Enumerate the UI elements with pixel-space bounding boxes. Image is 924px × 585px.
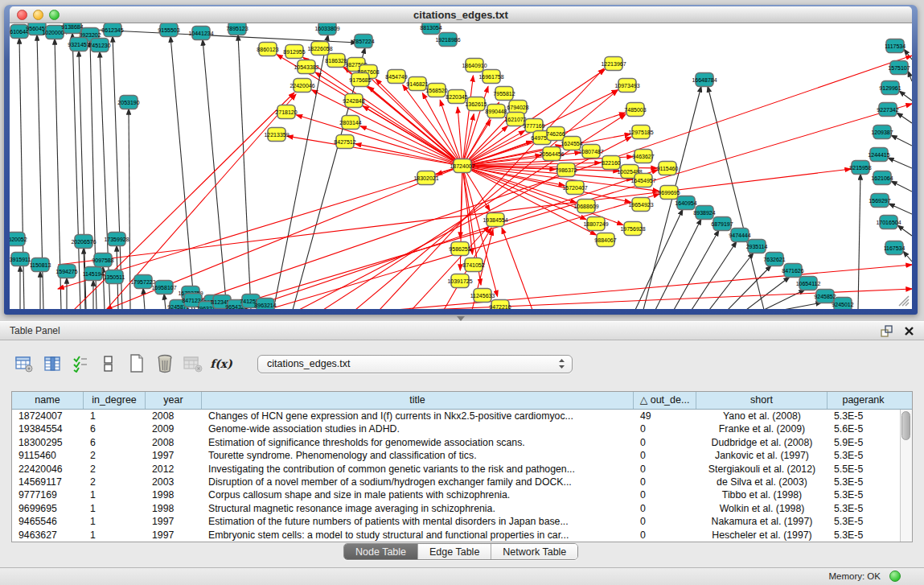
minimize-window-button[interactable] bbox=[33, 10, 43, 20]
graph-node[interactable]: 1575107 bbox=[888, 61, 910, 75]
graph-node[interactable]: 3915911 bbox=[10, 253, 31, 266]
graph-node[interactable]: 11245633 bbox=[470, 289, 495, 303]
graph-node[interactable]: 20564456 bbox=[539, 147, 564, 161]
graph-node[interactable]: 1145194 bbox=[83, 267, 105, 281]
graph-node[interactable]: 9245012 bbox=[832, 298, 853, 310]
tab-edge-table[interactable]: Edge Table bbox=[418, 544, 491, 559]
graph-node[interactable]: 10543382 bbox=[294, 60, 318, 74]
graph-node[interactable]: 7986372 bbox=[555, 163, 577, 177]
graph-node[interactable]: 7857224 bbox=[352, 35, 374, 48]
graph-node[interactable]: 8813054 bbox=[420, 23, 441, 35]
column-header-in_degree[interactable]: in_degree bbox=[84, 392, 146, 409]
graph-node[interactable]: 10973493 bbox=[614, 79, 639, 93]
table-scrollbar[interactable] bbox=[900, 410, 912, 542]
graph-node[interactable]: 2718120 bbox=[275, 105, 297, 119]
graph-node[interactable]: 9175685 bbox=[349, 73, 371, 87]
graph-node[interactable]: 9227342 bbox=[877, 103, 898, 117]
graph-node[interactable]: 9699695 bbox=[658, 186, 680, 200]
graph-node[interactable]: 17359928 bbox=[104, 233, 129, 246]
tab-node-table[interactable]: Node Table bbox=[344, 544, 418, 559]
graph-node[interactable]: 10441234 bbox=[188, 27, 213, 40]
graph-node[interactable]: 12213359 bbox=[264, 128, 289, 142]
column-header-short[interactable]: short bbox=[696, 392, 827, 409]
graph-node[interactable]: 20206576 bbox=[71, 235, 96, 249]
graph-node[interactable]: 746266 bbox=[546, 127, 565, 141]
graph-node[interactable]: 1568520 bbox=[425, 84, 447, 97]
graph-node[interactable]: 10391725 bbox=[447, 274, 472, 288]
graph-node[interactable]: 9884067 bbox=[594, 233, 616, 247]
graph-node[interactable]: 1640954 bbox=[675, 196, 696, 210]
graph-node[interactable]: 2935114 bbox=[746, 240, 768, 253]
graph-node[interactable]: 1167534 bbox=[884, 241, 906, 255]
table-row[interactable]: 1938455462009Genome-wide association stu… bbox=[12, 422, 912, 435]
graph-node[interactable]: 7485003 bbox=[624, 103, 646, 117]
graph-node[interactable]: 16961758 bbox=[478, 70, 503, 84]
graph-node[interactable]: 1621064 bbox=[871, 171, 893, 185]
graph-node[interactable]: 8215958 bbox=[849, 161, 871, 175]
graph-node[interactable]: 1362615 bbox=[465, 97, 487, 111]
table-row[interactable]: 911546021997Tourette syndrome. Phenomeno… bbox=[12, 449, 912, 462]
close-window-button[interactable] bbox=[17, 10, 27, 20]
graph-node[interactable]: 19756928 bbox=[620, 222, 645, 236]
graph-node[interactable]: 9115460 bbox=[657, 162, 679, 175]
float-panel-icon[interactable] bbox=[880, 325, 893, 337]
graph-node[interactable]: 8912955 bbox=[283, 45, 305, 59]
column-header-out_degree[interactable]: △ out_de... bbox=[634, 392, 696, 409]
table-row[interactable]: 969969511998Structural magnetic resonanc… bbox=[12, 502, 912, 515]
graph-node[interactable]: 1594275 bbox=[55, 265, 77, 278]
resize-grip[interactable] bbox=[896, 295, 910, 307]
graph-node[interactable]: 9474444 bbox=[729, 229, 750, 242]
graph-node[interactable]: 8612345 bbox=[101, 23, 123, 37]
graph-node[interactable]: 10688609 bbox=[573, 200, 598, 213]
graph-node[interactable]: 1350511 bbox=[104, 270, 125, 284]
graph-node[interactable]: 19384554 bbox=[483, 213, 507, 227]
network-canvas[interactable]: 1872400788601238912955182260589827508818… bbox=[10, 23, 912, 309]
table-settings-icon[interactable] bbox=[14, 353, 34, 374]
select-columns-icon[interactable] bbox=[71, 353, 90, 374]
graph-node[interactable]: 8860123 bbox=[257, 43, 278, 56]
graph-node[interactable]: 1117534 bbox=[885, 39, 906, 53]
graph-node[interactable]: 19654923 bbox=[628, 198, 653, 212]
table-row[interactable]: 946554611997Estimation of the future num… bbox=[12, 515, 912, 528]
table-source-select[interactable]: citations_edges.txt bbox=[257, 355, 573, 373]
close-panel-icon[interactable] bbox=[904, 326, 914, 336]
graph-node[interactable]: 9472216 bbox=[489, 300, 511, 310]
graph-node[interactable]: 7451230 bbox=[88, 39, 110, 52]
new-file-icon[interactable] bbox=[127, 353, 146, 374]
graph-node[interactable]: 16958107 bbox=[151, 281, 176, 295]
graph-node[interactable]: 10807487 bbox=[578, 145, 603, 159]
graph-node[interactable]: 8963214 bbox=[254, 299, 276, 310]
column-header-year[interactable]: year bbox=[146, 392, 202, 409]
graph-node[interactable]: 16454957 bbox=[630, 174, 655, 187]
graph-node[interactable]: 1209387 bbox=[871, 126, 893, 139]
show-column-icon[interactable] bbox=[43, 353, 62, 374]
table-row[interactable]: 1456911722003Disruption of a novel membe… bbox=[12, 476, 912, 488]
graph-node[interactable]: 9321457 bbox=[68, 38, 89, 51]
table-row[interactable]: 1872400712008Changes of HCN gene express… bbox=[12, 410, 912, 422]
graph-node[interactable]: 8938924 bbox=[693, 206, 715, 220]
graph-node[interactable]: 7955812 bbox=[493, 87, 515, 101]
graph-node[interactable]: 18724007 bbox=[450, 159, 474, 173]
graph-node[interactable]: 8471626 bbox=[782, 264, 803, 278]
graph-node[interactable]: 2803144 bbox=[339, 116, 361, 130]
table-row[interactable]: 946362711997Embryonic stem cells: a mode… bbox=[12, 529, 912, 542]
graph-node[interactable]: 15720407 bbox=[562, 181, 587, 195]
delete-trash-icon[interactable] bbox=[155, 353, 175, 374]
graph-node[interactable]: 9242848 bbox=[343, 94, 364, 108]
graph-node[interactable]: 18807249 bbox=[583, 217, 608, 231]
tab-network-table[interactable]: Network Table bbox=[491, 544, 577, 559]
graph-node[interactable]: 8427512 bbox=[334, 135, 355, 149]
graph-node[interactable]: 18226058 bbox=[307, 42, 332, 56]
graph-node[interactable]: 2520052 bbox=[10, 233, 27, 246]
graph-node[interactable]: 9129961 bbox=[879, 81, 901, 95]
function-builder-icon[interactable]: f(x) bbox=[211, 353, 231, 374]
column-header-pagerank[interactable]: pagerank bbox=[827, 392, 899, 409]
graph-node[interactable]: 8186328 bbox=[325, 54, 347, 68]
graph-node[interactable]: 9097588 bbox=[92, 253, 113, 267]
row-height-icon[interactable] bbox=[99, 353, 118, 374]
graph-node[interactable]: 8454749 bbox=[385, 70, 407, 84]
graph-node[interactable]: 7895123 bbox=[226, 23, 248, 35]
graph-node[interactable]: 1569297 bbox=[869, 194, 890, 208]
graph-node[interactable]: 10654112 bbox=[796, 277, 821, 290]
graph-node[interactable]: 2053190 bbox=[117, 96, 139, 109]
